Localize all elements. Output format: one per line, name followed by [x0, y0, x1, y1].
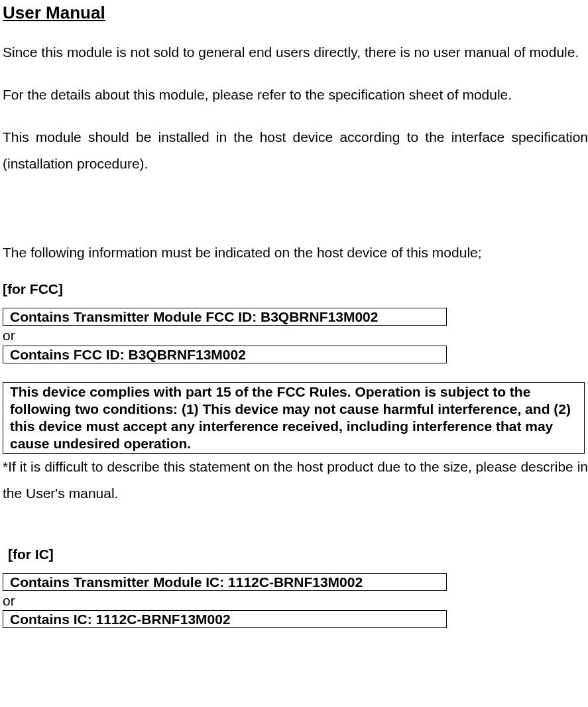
fcc-compliance-box: This device complies with part 15 of the…: [3, 382, 585, 454]
indication-intro: The following information must be indica…: [3, 239, 588, 266]
ic-section-label: [for IC]: [8, 546, 588, 562]
fcc-section-label: [for FCC]: [3, 281, 588, 297]
fcc-note: *If it is difficult to describe this sta…: [3, 454, 588, 507]
intro-paragraph-1: Since this module is not sold to general…: [3, 39, 588, 66]
ic-or-text: or: [3, 591, 588, 610]
ic-box-1: Contains Transmitter Module IC: 1112C-BR…: [3, 573, 447, 591]
ic-box-2: Contains IC: 1112C-BRNF13M002: [3, 610, 447, 628]
fcc-box-1: Contains Transmitter Module FCC ID: B3QB…: [3, 308, 447, 326]
page-title: User Manual: [3, 3, 588, 23]
intro-paragraph-3: This module should be installed in the h…: [3, 124, 588, 177]
intro-paragraph-2: For the details about this module, pleas…: [3, 82, 588, 108]
fcc-box-2: Contains FCC ID: B3QBRNF13M002: [3, 346, 447, 363]
fcc-or-text: or: [3, 326, 588, 345]
